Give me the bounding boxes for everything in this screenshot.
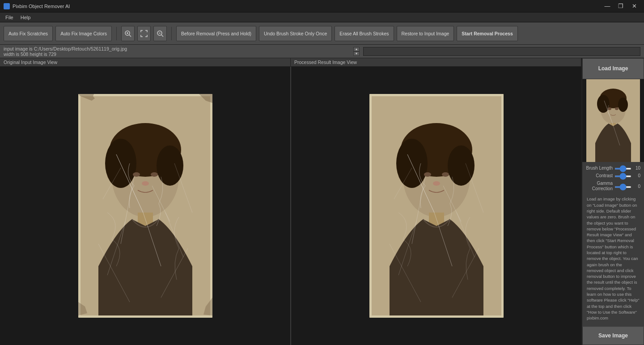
brush-length-slider[interactable]: [614, 168, 631, 170]
thumbnail-image: [586, 79, 640, 162]
save-image-button[interactable]: Save Image: [582, 327, 644, 345]
auto-fix-colors-button[interactable]: Auto Fix Image Colors: [55, 26, 112, 41]
toolbar: Auto Fix Scratches Auto Fix Image Colors…: [0, 22, 644, 45]
main-area: Original Input Image View Processed Resu…: [0, 58, 644, 345]
svg-line-5: [161, 35, 163, 37]
contrast-row: Contrast 0: [586, 173, 640, 178]
gamma-label: Gamma Correction: [586, 181, 613, 192]
zoom-out-icon: [157, 30, 164, 37]
fullscreen-icon: [140, 30, 148, 37]
scroll-up[interactable]: ▲: [353, 47, 360, 51]
separator-2: [171, 27, 172, 40]
sidebar: Load Image Brush: [581, 58, 644, 345]
brush-length-value: 10: [633, 166, 640, 170]
zoom-in-icon: [124, 30, 131, 37]
info-line2: width is 508 height is 729: [4, 51, 350, 57]
processed-photo: [354, 87, 519, 324]
contrast-value: 0: [633, 173, 640, 178]
svg-rect-61: [586, 79, 640, 162]
brush-length-label: Brush Length: [586, 166, 613, 170]
brush-once-button[interactable]: Undo Brush Stroke Only Once: [259, 26, 332, 41]
info-text: input image is C:/Users/Desktop/Retouch/…: [4, 46, 350, 57]
processed-label: Processed Result Image View: [291, 58, 581, 66]
scroll-down[interactable]: ▼: [353, 51, 360, 56]
svg-rect-28: [80, 96, 210, 315]
titlebar-left: Pixbim Object Remover AI: [4, 3, 70, 9]
gamma-slider-container: [614, 184, 631, 189]
contrast-slider-container: [614, 173, 631, 178]
gamma-value: 0: [633, 184, 640, 189]
brush-length-slider-container: [614, 166, 631, 170]
scroll-controls[interactable]: ▲ ▼: [353, 47, 360, 56]
svg-rect-50: [372, 96, 501, 315]
titlebar: Pixbim Object Remover AI — ❐ ✕: [0, 0, 644, 13]
separator-1: [116, 27, 117, 40]
zoom-in-button[interactable]: [121, 26, 135, 41]
brush-length-row: Brush Length 10: [586, 166, 640, 170]
menubar: File Help: [0, 13, 644, 22]
help-text: Load an image by clicking on "Load Image…: [586, 194, 640, 323]
fullscreen-button[interactable]: [137, 26, 151, 41]
close-button[interactable]: ✕: [628, 2, 640, 11]
original-image-view[interactable]: [0, 67, 291, 345]
original-label: Original Input Image View: [0, 58, 291, 66]
svg-line-1: [129, 35, 131, 37]
search-box[interactable]: [363, 47, 640, 56]
info-line1: input image is C:/Users/Desktop/Retouch/…: [4, 46, 350, 51]
contrast-label: Contrast: [586, 173, 613, 178]
gamma-slider[interactable]: [614, 186, 631, 188]
thumbnail-area: [582, 79, 644, 162]
controls-area: Brush Length 10 Contrast 0 Gamma Correct…: [582, 162, 644, 326]
zoom-out-button[interactable]: [153, 26, 167, 41]
restore-button[interactable]: Restore to Input Image: [397, 26, 454, 41]
view-labels: Original Input Image View Processed Resu…: [0, 58, 581, 67]
titlebar-controls[interactable]: — ❐ ✕: [601, 2, 640, 11]
erase-all-button[interactable]: Erase All Brush Strokes: [335, 26, 394, 41]
app-title: Pixbim Object Remover AI: [13, 4, 70, 9]
original-photo: [63, 87, 228, 324]
minimize-button[interactable]: —: [601, 2, 614, 11]
auto-fix-scratches-button[interactable]: Auto Fix Scratches: [4, 26, 53, 41]
views-container: [0, 67, 581, 345]
app-icon: [4, 3, 10, 9]
contrast-slider[interactable]: [614, 175, 631, 177]
load-image-button[interactable]: Load Image: [582, 58, 644, 79]
processed-image-view[interactable]: [291, 67, 581, 345]
maximize-button[interactable]: ❐: [614, 2, 627, 11]
menu-help[interactable]: Help: [17, 14, 34, 21]
image-area: Original Input Image View Processed Resu…: [0, 58, 581, 345]
gamma-row: Gamma Correction 0: [586, 181, 640, 192]
infobar: input image is C:/Users/Desktop/Retouch/…: [0, 45, 644, 58]
before-removal-button[interactable]: Before Removal (Press and Hold): [176, 26, 256, 41]
menu-file[interactable]: File: [2, 14, 17, 21]
start-removal-button[interactable]: Start Removal Process: [457, 26, 517, 41]
